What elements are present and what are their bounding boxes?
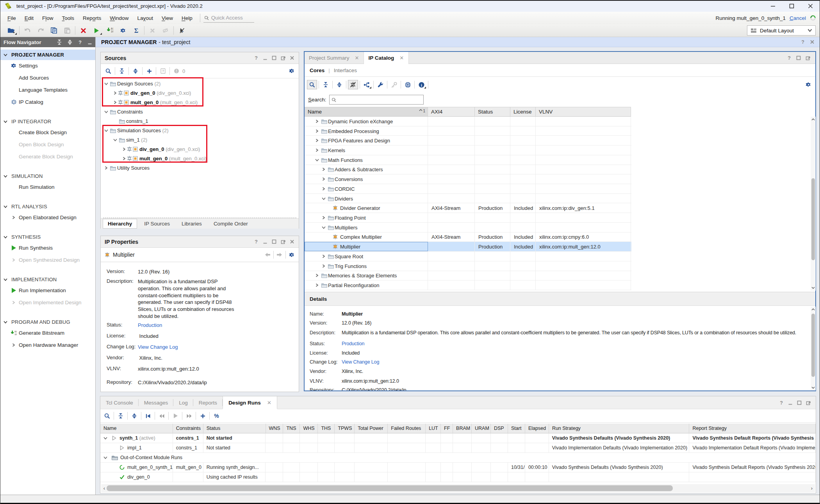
runs-column-start[interactable]: Start [508,424,525,433]
hscroll-thumb[interactable] [107,485,673,491]
runs-column-elapsed[interactable]: Elapsed [525,424,549,433]
chevron-down-icon[interactable] [103,437,107,440]
run-button[interactable] [91,25,102,35]
catalog-row-partial-reconfiguration[interactable]: Partial Reconfiguration [305,280,631,290]
collapse-all-icon[interactable] [57,39,62,45]
first-run-button[interactable] [143,411,153,421]
catalog-row-cordic[interactable]: CORDIC [305,184,631,194]
flow-nav-item-language-templates[interactable]: Language Templates [0,85,95,95]
flow-nav-item-ip-catalog[interactable]: IP Catalog [0,97,95,107]
chevron-right-icon[interactable] [315,139,319,142]
chevron-right-icon[interactable] [322,168,325,171]
float-icon[interactable] [806,55,811,60]
runs-column-failed-routes[interactable]: Failed Routes [388,424,426,433]
chevron-down-icon[interactable] [104,110,108,114]
maximize-icon[interactable] [797,400,802,405]
chevron-right-icon[interactable] [322,187,325,190]
console-tab-reports[interactable]: Reports [193,396,223,409]
runs-column-whs[interactable]: WHS [300,424,318,433]
close-icon[interactable] [289,239,295,245]
maximize-icon[interactable] [271,239,277,245]
maximize-icon[interactable] [271,55,277,61]
catalog-row-kernels[interactable]: Kernels [305,146,631,155]
generate-bitstream-button[interactable]: 0110 [104,25,116,35]
flow-nav-item-open-synthesized-design[interactable]: Open Synthesized Design [0,255,95,265]
flow-nav-item-add-sources[interactable]: Add Sources [0,73,95,83]
catalog-row-square-root[interactable]: Square Root [305,252,631,261]
maximize-window-button[interactable] [787,2,796,10]
next-object-button[interactable] [274,252,285,257]
close-window-button[interactable] [806,2,815,10]
panel-settings-gear-icon[interactable] [806,82,811,88]
flow-nav-item-open-hardware-manager[interactable]: Open Hardware Manager [0,340,95,350]
minimize-icon[interactable] [262,55,268,61]
menu-flow[interactable]: Flow [38,14,58,23]
flow-nav-item-open-block-design[interactable]: Open Block Design [0,139,95,150]
runs-column-ths[interactable]: THS [318,424,335,433]
next-button[interactable] [184,411,194,421]
debug-pointer-button[interactable] [176,25,187,35]
chevron-down-icon[interactable] [315,158,319,161]
float-icon[interactable] [280,239,286,245]
chevron-right-icon[interactable] [315,119,319,123]
float-icon[interactable] [280,55,286,61]
console-tab-design-runs[interactable]: Design Runs✕ [223,396,277,409]
maximize-icon[interactable] [796,55,801,60]
catalog-column-name[interactable]: Name1 [305,107,428,116]
runs-column-dsp[interactable]: DSP [491,424,508,433]
minimize-icon[interactable] [788,400,793,405]
question-icon[interactable]: ? [78,40,82,45]
catalog-row-floating-point[interactable]: Floating Point [305,213,631,223]
design-run-row-impl-1[interactable]: impl_1constrs_1Not startedVivado Impleme… [100,443,816,453]
console-tab-messages[interactable]: Messages [139,396,174,409]
catalog-row-math-functions[interactable]: Math Functions [305,155,631,165]
sources-tree-row-constraints[interactable]: Constraints [101,107,299,116]
collapse-all-button[interactable] [116,411,126,421]
catalog-row-multipliers[interactable]: Multipliers [305,223,631,232]
close-tab-icon[interactable]: ✕ [267,399,271,406]
catalog-row-adders-subtracters[interactable]: Adders & Subtracters [305,165,631,175]
scroll-down-arrow-icon[interactable] [811,385,816,390]
sources-tab-libraries[interactable]: Libraries [177,219,207,228]
scroll-up-arrow-icon[interactable] [811,307,816,312]
catalog-row-divider-generator[interactable]: Divider GeneratorAXI4-StreamProductionIn… [305,203,631,213]
flow-nav-section-implementation[interactable]: IMPLEMENTATION [0,274,95,285]
chevron-right-icon[interactable] [322,216,325,220]
flow-nav-item-open-elaborated-design[interactable]: Open Elaborated Design [0,212,95,223]
search-button[interactable] [102,411,112,421]
chevron-right-icon[interactable] [315,149,319,152]
chevron-right-icon[interactable] [104,166,108,170]
add-sources-button[interactable] [144,66,154,76]
previous-button[interactable] [157,411,167,421]
catalog-row-conversions[interactable]: Conversions [305,174,631,184]
flow-nav-section-ip-integrator[interactable]: IP INTEGRATOR [0,116,95,127]
flow-nav-section-program-and-debug[interactable]: PROGRAM AND DEBUG [0,317,95,327]
catalog-column-license[interactable]: License [510,107,536,116]
catalog-column-status[interactable]: Status [475,107,510,116]
runs-column-tpws[interactable]: TPWS [335,424,355,433]
percent-button[interactable]: % [211,411,221,421]
copy-button[interactable] [48,25,60,35]
info-button[interactable]: i [416,80,426,89]
license-button[interactable] [389,80,399,89]
vscroll-thumb[interactable] [811,314,815,377]
expand-all-button[interactable] [334,80,344,89]
console-tab-log[interactable]: Log [173,396,193,409]
chevron-down-icon[interactable] [322,225,326,229]
design-run-row-mult-gen-0-synth-1[interactable]: mult_gen_0_synth_1mult_gen_0Running synt… [100,463,816,472]
ip-catalog-search-input[interactable] [329,95,424,105]
question-icon[interactable]: ? [253,55,259,61]
catalog-row-dynamic-function-exchange[interactable]: Dynamic Function eXchange [305,117,631,126]
collapse-all-button[interactable] [321,80,331,89]
tab-interfaces[interactable]: Interfaces [334,67,357,73]
runs-column-bram[interactable]: BRAM [453,424,472,433]
catalog-row-fpga-features-and-design[interactable]: FPGA Features and Design [305,136,631,146]
question-icon[interactable]: ? [787,55,791,60]
flow-nav-section-rtl-analysis[interactable]: RTL ANALYSIS [0,201,95,212]
collapse-all-button[interactable] [117,66,127,76]
previous-object-button[interactable] [262,252,273,257]
runs-column-ff[interactable]: FF [441,424,453,433]
sources-tree-row-constrs-1[interactable]: constrs_1 [101,116,299,126]
runs-column-report-strategy[interactable]: Report Strategy [689,424,816,433]
sources-tab-hierarchy[interactable]: Hierarchy [103,219,137,229]
